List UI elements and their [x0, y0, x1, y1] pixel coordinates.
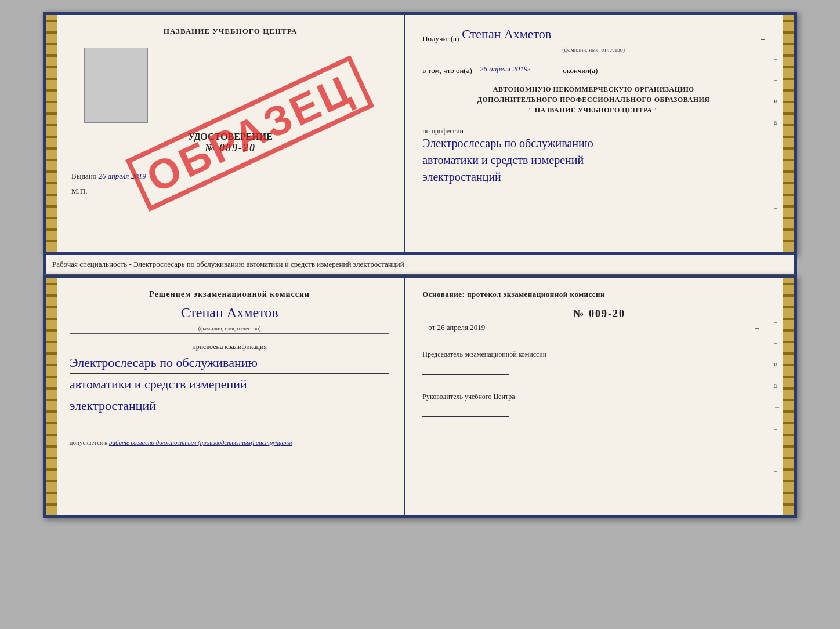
dash4: и: [774, 97, 781, 106]
allows-line: допускается к работе согласно должностны…: [70, 439, 389, 446]
basis-title: Основание: протокол экзаменационной коми…: [422, 290, 776, 299]
received-line: Получил(а) Степан Ахметов –: [422, 27, 765, 43]
bdash9: –: [774, 467, 781, 475]
bdash2: –: [774, 318, 781, 326]
chairman-sig-line: [422, 374, 509, 375]
middle-label: Рабочая специальность - Электрослесарь п…: [43, 255, 797, 275]
protocol-date: от 26 апреля 2019 –: [422, 323, 776, 332]
protocol-date-prefix: от: [428, 323, 435, 332]
dash-after-name: –: [761, 34, 765, 43]
right-dashes-bottom: – – – и а ← – – – –: [774, 278, 781, 515]
mp-label: М.П.: [71, 187, 389, 196]
received-name: Степан Ахметов: [462, 27, 758, 43]
right-dashes-top: – – – и а ← – – – –: [774, 15, 781, 252]
dash9: –: [774, 203, 781, 212]
allows-italic: работе согласно должностным (производств…: [109, 439, 292, 446]
bdash7: –: [774, 424, 781, 433]
issued-label: Выдано: [71, 172, 96, 180]
dash7: –: [774, 161, 781, 170]
org-line3: " НАЗВАНИЕ УЧЕБНОГО ЦЕНТРА ": [422, 105, 765, 115]
person-name-big: Степан Ахметов: [70, 305, 389, 322]
date-value: 26 апреля 2019г.: [480, 64, 555, 75]
allows-underline: [70, 449, 389, 449]
dash2: –: [774, 54, 781, 63]
received-label: Получил(а): [422, 34, 459, 43]
director-sig-line: [422, 416, 509, 417]
dash1: –: [774, 33, 781, 42]
finished-label: окончил(а): [563, 66, 598, 75]
org-block: АВТОНОМНУЮ НЕКОММЕРЧЕСКУЮ ОРГАНИЗАЦИЮ ДО…: [422, 84, 765, 115]
bottom-left-panel: Решением экзаменационной комиссии Степан…: [46, 278, 405, 515]
org-line1: АВТОНОМНУЮ НЕКОММЕРЧЕСКУЮ ОРГАНИЗАЦИЮ: [422, 84, 765, 94]
bdash10: –: [774, 488, 781, 497]
bottom-document: Решением экзаменационной комиссии Степан…: [43, 275, 797, 518]
protocol-number: № 009-20: [422, 308, 776, 320]
bdash1: –: [774, 296, 781, 305]
school-name-top: НАЗВАНИЕ УЧЕБНОГО ЦЕНТРА: [71, 27, 389, 36]
dash10: –: [774, 225, 781, 234]
dash5: а: [774, 118, 781, 127]
chairman-block: Председатель экзаменационной комиссии: [422, 350, 776, 386]
bdash5: а: [774, 381, 781, 390]
document-container: НАЗВАНИЕ УЧЕБНОГО ЦЕНТРА УДОСТОВЕРЕНИЕ №…: [43, 12, 797, 518]
protocol-date-value: 26 апреля 2019: [437, 323, 486, 332]
dash3: –: [774, 75, 781, 84]
fio-sub-top: (фамилия, имя, отчество): [422, 46, 765, 53]
qual-label: присвоена квалификация: [70, 343, 389, 351]
photo-placeholder: [84, 48, 148, 123]
org-line2: ДОПОЛНИТЕЛЬНОГО ПРОФЕССИОНАЛЬНОГО ОБРАЗО…: [422, 94, 765, 105]
date-line: в том, что он(а) 26 апреля 2019г. окончи…: [422, 64, 765, 75]
director-block: Руководитель учебного Центра: [422, 392, 776, 428]
left-panel-top: НАЗВАНИЕ УЧЕБНОГО ЦЕНТРА УДОСТОВЕРЕНИЕ №…: [46, 15, 405, 252]
dash8: –: [774, 182, 781, 191]
top-document: НАЗВАНИЕ УЧЕБНОГО ЦЕНТРА УДОСТОВЕРЕНИЕ №…: [43, 12, 797, 255]
prof-line2: автоматики и средств измерений: [422, 152, 765, 169]
director-title: Руководитель учебного Центра: [422, 392, 776, 402]
prof-line1: Электрослесарь по обслуживанию: [422, 136, 765, 152]
bdash4: и: [774, 360, 781, 369]
dash6: ←: [774, 140, 781, 148]
profession-label: по профессии: [422, 127, 765, 136]
dash-right: –: [755, 323, 759, 332]
right-panel-top: Получил(а) Степан Ахметов – (фамилия, им…: [405, 15, 794, 252]
bdash6: ←: [774, 403, 781, 412]
qual-line3: электростанций: [70, 397, 389, 417]
allows-text: допускается к: [70, 439, 107, 446]
bottom-right-panel: Основание: протокол экзаменационной коми…: [405, 278, 794, 515]
chairman-title: Председатель экзаменационной комиссии: [422, 350, 776, 359]
prof-line3: электростанций: [422, 169, 765, 186]
qual-line2: автоматики и средств измерений: [70, 376, 389, 395]
commission-title: Решением экзаменационной комиссии: [70, 290, 389, 299]
fio-sub-bottom: (фамилия, имя, отчество): [70, 325, 389, 334]
qual-line1: Электрослесарь по обслуживанию: [70, 354, 389, 374]
bdash3: –: [774, 339, 781, 347]
bdash8: –: [774, 445, 781, 454]
in-that-label: в том, что он(а): [422, 66, 472, 75]
